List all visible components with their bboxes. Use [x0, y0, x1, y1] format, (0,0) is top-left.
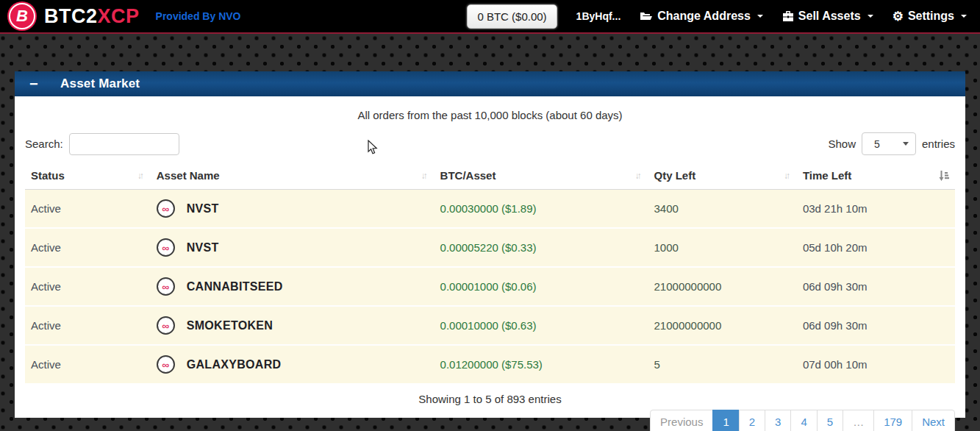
show-label: Show [828, 138, 856, 150]
pagination-next[interactable]: Next [912, 410, 955, 431]
cell-status: Active [25, 190, 151, 229]
page-size-select[interactable]: 5 [862, 132, 916, 155]
cell-qty: 1000 [648, 228, 797, 267]
sort-icon: ↓↑ [421, 171, 429, 181]
panel-title: Asset Market [60, 76, 140, 91]
cell-status: Active [25, 345, 151, 383]
pagination-page-179[interactable]: 179 [873, 410, 912, 431]
table-header-row: Status↓↑ Asset Name↓↑ BTC/Asset↓↑ Qty Le… [25, 163, 955, 190]
change-address-menu[interactable]: Change Address [640, 10, 763, 23]
cell-asset: ∞NVST [157, 238, 429, 257]
entries-label: entries [922, 138, 955, 150]
brand-title: BTC2XCP [44, 5, 140, 28]
col-label: Asset Name [157, 169, 220, 182]
pagination-page-3[interactable]: 3 [765, 410, 791, 431]
panel-header: − Asset Market [15, 71, 965, 96]
bitcoin-logo-letter: B [16, 7, 28, 26]
cell-time: 05d 10h 20m [797, 228, 955, 267]
sell-assets-menu[interactable]: Sell Assets [782, 10, 873, 23]
table-row[interactable]: Active ∞SMOKETOKEN 0.00010000 ($0.63) 21… [25, 306, 955, 345]
pagination-page-1[interactable]: 1 [712, 410, 739, 431]
col-label: Qty Left [654, 169, 696, 182]
orders-info-text: All orders from the past 10,000 blocks (… [25, 109, 955, 121]
pagination-previous[interactable]: Previous [650, 410, 713, 431]
table-row[interactable]: Active ∞NVST 0.00005220 ($0.33) 1000 05d… [25, 228, 955, 267]
pagination-page-4[interactable]: 4 [790, 410, 817, 431]
pagination-page-5[interactable]: 5 [817, 410, 843, 431]
infinity-asset-icon: ∞ [157, 277, 175, 296]
sort-icon: ↓↑ [635, 171, 643, 181]
table-controls: Search: Show 5 entries [25, 132, 955, 155]
entries-summary: Showing 1 to 5 of 893 entries [25, 393, 955, 405]
col-header-time-left[interactable]: Time Left [797, 163, 955, 190]
infinity-asset-icon: ∞ [157, 355, 175, 374]
pagination-page-2[interactable]: 2 [739, 410, 765, 431]
top-navbar: B BTC2XCP Provided By NVO 0 BTC ($0.00) … [0, 0, 980, 34]
brand-xcp: XCP [98, 5, 140, 27]
caret-down-icon [757, 15, 763, 18]
search-label: Search: [25, 138, 63, 150]
asset-name: NVST [187, 241, 219, 254]
col-header-status[interactable]: Status↓↑ [25, 163, 151, 190]
sell-assets-label: Sell Assets [798, 10, 861, 23]
sort-icon: ↓↑ [784, 171, 791, 181]
cell-status: Active [25, 228, 151, 267]
panel-body: All orders from the past 10,000 blocks (… [15, 109, 965, 431]
cell-time: 06d 09h 30m [797, 267, 955, 306]
settings-label: Settings [908, 10, 954, 23]
cell-time: 06d 09h 30m [797, 306, 955, 345]
col-label: Time Left [803, 169, 851, 182]
col-header-asset-name[interactable]: Asset Name↓↑ [151, 163, 434, 190]
cell-qty: 21000000000 [648, 267, 797, 306]
search-control: Search: [25, 133, 179, 155]
sort-active-icon [938, 171, 949, 181]
cell-asset: ∞NVST [157, 199, 429, 218]
col-header-qty-left[interactable]: Qty Left↓↑ [648, 163, 797, 190]
cell-price: 0.00010000 ($0.63) [434, 306, 648, 345]
pagination: Previous 1 2 3 4 5 … 179 Next [25, 410, 955, 431]
cell-qty: 3400 [648, 190, 797, 229]
col-label: Status [31, 169, 65, 182]
balance-button[interactable]: 0 BTC ($0.00) [467, 4, 557, 29]
settings-menu[interactable]: ⚙ Settings [893, 10, 967, 23]
cell-asset: ∞GALAXYBOARD [157, 355, 429, 374]
table-row[interactable]: Active ∞GALAXYBOARD 0.01200000 ($75.53) … [25, 345, 955, 383]
search-input[interactable] [69, 133, 179, 155]
wallet-address[interactable]: 1ByHqf... [576, 10, 621, 22]
caret-down-icon [868, 15, 873, 18]
cell-time: 03d 21h 10m [797, 190, 955, 229]
cell-status: Active [25, 267, 151, 306]
col-label: BTC/Asset [440, 169, 496, 182]
brand[interactable]: B BTC2XCP Provided By NVO [9, 3, 240, 29]
asset-market-panel: − Asset Market All orders from the past … [15, 71, 965, 418]
folder-open-icon [640, 11, 653, 21]
cell-asset: ∞SMOKETOKEN [157, 316, 429, 335]
app-screen: B BTC2XCP Provided By NVO 0 BTC ($0.00) … [0, 0, 980, 431]
cell-price: 0.00030000 ($1.89) [434, 190, 648, 229]
pagination-ellipsis: … [843, 410, 874, 431]
cell-asset: ∞CANNABITSEED [157, 277, 429, 296]
asset-name: SMOKETOKEN [187, 319, 273, 332]
asset-table: Status↓↑ Asset Name↓↑ BTC/Asset↓↑ Qty Le… [25, 163, 955, 383]
page-size-control: Show 5 entries [828, 132, 955, 155]
chevron-down-icon [903, 142, 909, 146]
cell-time: 07d 00h 10m [797, 345, 955, 383]
sort-icon: ↓↑ [137, 171, 145, 181]
infinity-asset-icon: ∞ [157, 316, 175, 335]
briefcase-icon [782, 11, 794, 21]
asset-name: CANNABITSEED [187, 280, 283, 293]
change-address-label: Change Address [657, 10, 751, 23]
caret-down-icon [961, 15, 967, 18]
table-row[interactable]: Active ∞CANNABITSEED 0.00001000 ($0.06) … [25, 267, 955, 306]
table-row[interactable]: Active ∞NVST 0.00030000 ($1.89) 3400 03d… [25, 190, 955, 229]
infinity-asset-icon: ∞ [157, 238, 175, 257]
bitcoin-logo-icon: B [9, 3, 35, 29]
asset-name: NVST [187, 202, 219, 215]
brand-btc2: BTC2 [44, 5, 98, 27]
cell-qty: 21000000000 [648, 306, 797, 345]
gears-icon: ⚙ [893, 10, 904, 23]
brand-tagline: Provided By NVO [156, 10, 241, 22]
collapse-icon[interactable]: − [29, 76, 43, 91]
cell-status: Active [25, 306, 151, 345]
col-header-btc-asset[interactable]: BTC/Asset↓↑ [434, 163, 648, 190]
